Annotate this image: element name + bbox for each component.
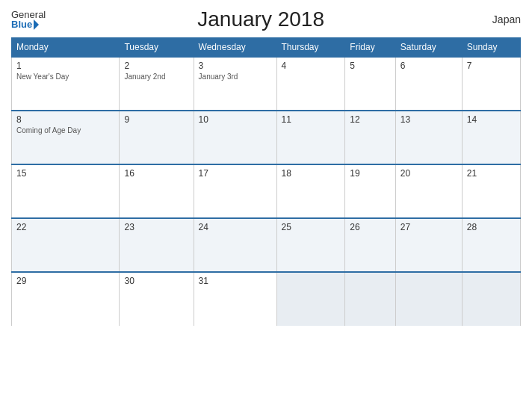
calendar-week-row: 1New Year's Day2January 2nd3January 3rd4… bbox=[12, 57, 521, 111]
calendar-day-cell: 12 bbox=[345, 111, 396, 164]
day-number: 20 bbox=[400, 168, 457, 179]
calendar-day-cell: 5 bbox=[345, 57, 396, 111]
day-number: 6 bbox=[400, 61, 457, 71]
weekday-header-row: MondayTuesdayWednesdayThursdayFridaySatu… bbox=[12, 38, 521, 58]
calendar-day-cell: 28 bbox=[462, 218, 520, 272]
day-number: 9 bbox=[124, 114, 188, 125]
calendar-header: General Blue January 2018 Japan bbox=[11, 7, 521, 31]
weekday-header-thursday: Thursday bbox=[276, 38, 345, 58]
calendar-day-cell: 20 bbox=[395, 164, 462, 218]
weekday-header-tuesday: Tuesday bbox=[120, 38, 194, 58]
calendar-day-cell: 25 bbox=[276, 218, 345, 272]
calendar-day-cell: 15 bbox=[12, 164, 120, 218]
weekday-header-monday: Monday bbox=[12, 38, 120, 58]
day-number: 15 bbox=[16, 168, 114, 179]
day-number: 3 bbox=[199, 61, 272, 71]
day-number: 22 bbox=[16, 222, 114, 232]
calendar-day-cell: 2January 2nd bbox=[120, 57, 194, 111]
calendar-day-cell: 8Coming of Age Day bbox=[12, 111, 120, 164]
day-number: 12 bbox=[350, 114, 391, 125]
day-number: 18 bbox=[282, 168, 341, 179]
calendar-table: MondayTuesdayWednesdayThursdayFridaySatu… bbox=[11, 37, 521, 326]
day-number: 26 bbox=[350, 222, 391, 232]
day-number: 2 bbox=[124, 61, 188, 71]
logo-triangle-icon bbox=[34, 19, 39, 30]
day-number: 21 bbox=[467, 168, 516, 179]
day-number: 11 bbox=[282, 114, 341, 125]
weekday-header-sunday: Sunday bbox=[462, 38, 520, 58]
day-number: 5 bbox=[350, 61, 391, 71]
day-number: 23 bbox=[124, 222, 188, 232]
logo-blue-text: Blue bbox=[11, 19, 32, 29]
calendar-day-cell: 17 bbox=[194, 164, 276, 218]
calendar-day-cell bbox=[462, 272, 520, 326]
day-number: 31 bbox=[199, 276, 272, 286]
weekday-header-wednesday: Wednesday bbox=[194, 38, 276, 58]
day-number: 17 bbox=[199, 168, 272, 179]
calendar-day-cell: 24 bbox=[194, 218, 276, 272]
calendar-day-cell: 22 bbox=[12, 218, 120, 272]
logo-general-text: General bbox=[11, 10, 46, 19]
calendar-day-cell: 31 bbox=[194, 272, 276, 326]
weekday-header-saturday: Saturday bbox=[395, 38, 462, 58]
day-number: 13 bbox=[400, 114, 457, 125]
calendar-day-cell: 10 bbox=[194, 111, 276, 164]
day-number: 29 bbox=[16, 276, 114, 286]
day-number: 10 bbox=[199, 114, 272, 125]
calendar-day-cell bbox=[276, 272, 345, 326]
calendar-day-cell bbox=[395, 272, 462, 326]
calendar-day-cell: 14 bbox=[462, 111, 520, 164]
holiday-name: New Year's Day bbox=[16, 72, 114, 81]
day-number: 1 bbox=[16, 61, 114, 71]
calendar-week-row: 22232425262728 bbox=[12, 218, 521, 272]
calendar-title: January 2018 bbox=[46, 7, 476, 31]
calendar-day-cell: 9 bbox=[120, 111, 194, 164]
holiday-name: Coming of Age Day bbox=[16, 126, 114, 135]
day-number: 27 bbox=[400, 222, 457, 232]
day-number: 16 bbox=[124, 168, 188, 179]
calendar-day-cell bbox=[345, 272, 396, 326]
weekday-header-friday: Friday bbox=[345, 38, 396, 58]
calendar-day-cell: 29 bbox=[12, 272, 120, 326]
day-number: 30 bbox=[124, 276, 188, 286]
day-number: 28 bbox=[467, 222, 516, 232]
calendar-container: General Blue January 2018 Japan MondayTu… bbox=[0, 0, 532, 411]
country-label: Japan bbox=[476, 13, 521, 25]
calendar-day-cell: 26 bbox=[345, 218, 396, 272]
calendar-day-cell: 16 bbox=[120, 164, 194, 218]
calendar-day-cell: 13 bbox=[395, 111, 462, 164]
calendar-day-cell: 6 bbox=[395, 57, 462, 111]
calendar-day-cell: 30 bbox=[120, 272, 194, 326]
day-number: 24 bbox=[199, 222, 272, 232]
day-number: 25 bbox=[282, 222, 341, 232]
day-number: 7 bbox=[467, 61, 516, 71]
calendar-day-cell: 3January 3rd bbox=[194, 57, 276, 111]
day-number: 14 bbox=[467, 114, 516, 125]
calendar-day-cell: 4 bbox=[276, 57, 345, 111]
calendar-week-row: 293031 bbox=[12, 272, 521, 326]
day-number: 19 bbox=[350, 168, 391, 179]
day-number: 4 bbox=[282, 61, 341, 71]
calendar-day-cell: 27 bbox=[395, 218, 462, 272]
holiday-name: January 2nd bbox=[124, 72, 188, 81]
logo: General Blue bbox=[11, 10, 46, 30]
calendar-week-row: 8Coming of Age Day91011121314 bbox=[12, 111, 521, 164]
calendar-day-cell: 1New Year's Day bbox=[12, 57, 120, 111]
calendar-week-row: 15161718192021 bbox=[12, 164, 521, 218]
calendar-day-cell: 18 bbox=[276, 164, 345, 218]
day-number: 8 bbox=[16, 114, 114, 125]
calendar-day-cell: 21 bbox=[462, 164, 520, 218]
calendar-day-cell: 19 bbox=[345, 164, 396, 218]
calendar-day-cell: 7 bbox=[462, 57, 520, 111]
calendar-day-cell: 11 bbox=[276, 111, 345, 164]
calendar-day-cell: 23 bbox=[120, 218, 194, 272]
holiday-name: January 3rd bbox=[199, 72, 272, 81]
